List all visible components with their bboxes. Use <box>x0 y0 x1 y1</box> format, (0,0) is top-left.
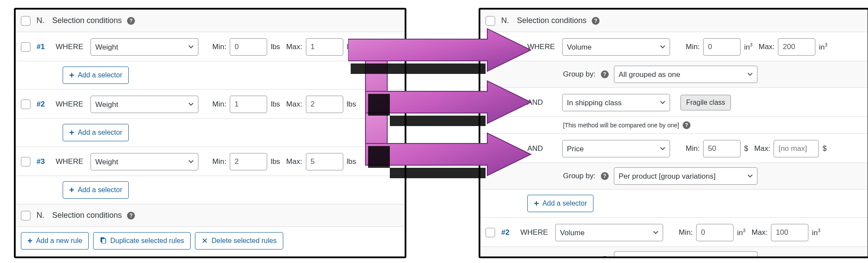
help-icon[interactable]: ? <box>601 172 609 180</box>
max-input[interactable] <box>778 38 815 56</box>
condition-select[interactable]: In shipping class <box>562 94 670 111</box>
condition-select[interactable]: Weight <box>90 96 198 113</box>
rule-checkbox[interactable] <box>21 157 30 166</box>
group-by-row: Group by: ? None [no grouping] <box>480 247 868 258</box>
rule-number-link[interactable]: #2 <box>37 100 52 109</box>
help-icon[interactable]: ? <box>601 70 609 78</box>
add-selector-button[interactable]: +Add a selector <box>63 67 129 84</box>
duplicate-rules-button[interactable]: Duplicate selected rules <box>93 232 191 250</box>
min-input[interactable] <box>696 224 734 241</box>
conditions-header: Selection conditions <box>52 16 122 25</box>
help-icon[interactable]: ? <box>127 17 135 25</box>
group-by-select[interactable]: All grouped as one <box>614 66 757 83</box>
group-by-row: Group by: ? All grouped as one <box>480 61 868 88</box>
svg-rect-1 <box>102 239 106 243</box>
unit-label: in3 <box>744 42 752 52</box>
selector-row: +Add a selector <box>480 190 868 218</box>
rule-row: #3 WHERE Weight Min: lbs Max: lbs <box>16 147 405 176</box>
delete-rules-button[interactable]: ✕Delete selected rules <box>195 232 283 250</box>
condition-select[interactable]: Weight <box>90 153 198 170</box>
min-label: Min: <box>212 157 226 166</box>
add-selector-button[interactable]: +Add a selector <box>63 181 129 199</box>
info-row: [This method will be compared one by one… <box>480 117 868 134</box>
max-label: Max: <box>754 144 771 153</box>
plus-icon: + <box>69 186 74 194</box>
condition-select[interactable]: Weight <box>90 38 198 56</box>
max-input[interactable] <box>306 38 343 56</box>
min-input[interactable] <box>230 96 267 113</box>
max-label: Max: <box>286 100 302 109</box>
group-by-select[interactable]: Per product [group variations] <box>614 167 757 185</box>
condition-select[interactable]: Volume <box>562 38 670 56</box>
add-selector-label: Add a selector <box>78 71 122 79</box>
conditions-header: Selection conditions <box>517 16 586 25</box>
max-label: Max: <box>751 228 767 237</box>
unit-label: lbs <box>271 43 280 51</box>
footer-header-row: N. Selection conditions ? <box>16 204 405 227</box>
add-rule-button[interactable]: +Add a new rule <box>21 232 89 250</box>
group-by-select[interactable]: None [no grouping] <box>614 251 757 258</box>
rule-row: AND Price Min: $ Max: $ <box>480 134 868 163</box>
help-icon[interactable]: ? <box>127 212 135 220</box>
add-selector-button[interactable]: +Add a selector <box>527 195 593 212</box>
group-by-label: Group by: <box>563 172 596 180</box>
min-input[interactable] <box>230 153 267 170</box>
col-n-header: N. <box>37 16 52 25</box>
group-by-label: Group by: <box>563 70 596 79</box>
select-all-checkbox[interactable] <box>21 16 30 26</box>
condition-select[interactable]: Price <box>562 140 670 157</box>
group-by-row: Group by: ? Per product [group variation… <box>480 163 868 190</box>
header-row: N. Selection conditions ? <box>16 10 405 32</box>
help-icon[interactable]: ? <box>601 256 609 258</box>
select-all-checkbox[interactable] <box>486 16 495 26</box>
max-input[interactable] <box>306 96 343 113</box>
rule-number-link[interactable]: #3 <box>37 157 52 166</box>
help-icon[interactable]: ? <box>592 17 600 25</box>
max-input[interactable] <box>774 140 819 157</box>
unit-label: lbs <box>347 157 356 166</box>
info-text: [This method will be compared one by one… <box>563 122 679 129</box>
operator-label: WHERE <box>527 43 560 51</box>
selector-row: +Add a selector <box>16 61 405 90</box>
max-label: Max: <box>758 43 774 51</box>
min-input[interactable] <box>703 38 741 56</box>
max-input[interactable] <box>771 224 808 241</box>
plus-icon: + <box>27 236 33 245</box>
unit-label: $ <box>744 144 748 153</box>
unit-label: lbs <box>271 157 280 166</box>
operator-label: WHERE <box>56 157 88 166</box>
rule-row: #1 WHERE Weight Min: lbs Max: lbs <box>16 32 405 61</box>
rule-number-link[interactable]: #2 <box>501 228 517 237</box>
min-label: Min: <box>686 43 700 51</box>
unit-label: lbs <box>271 100 280 109</box>
rule-row: WHERE Volume Min: in3 Max: in3 <box>480 32 868 61</box>
header-row: N. Selection conditions ? <box>480 10 868 32</box>
min-label: Min: <box>686 144 700 153</box>
rule-row: #2 WHERE Volume Min: in3 Max: in3 <box>480 218 868 247</box>
unit-label: in3 <box>737 228 745 237</box>
min-input[interactable] <box>230 38 267 56</box>
max-input[interactable] <box>306 153 343 170</box>
rules-panel-left: N. Selection conditions ? #1 WHERE Weigh… <box>14 8 406 258</box>
rule-checkbox[interactable] <box>21 42 30 52</box>
rule-number-link[interactable]: #1 <box>37 43 52 51</box>
col-n-header: N. <box>37 211 52 220</box>
help-icon[interactable]: ? <box>683 121 690 129</box>
rule-checkbox[interactable] <box>486 228 495 237</box>
plus-icon: + <box>69 128 74 137</box>
operator-label: AND <box>527 98 560 107</box>
duplicate-label: Duplicate selected rules <box>110 237 184 245</box>
add-selector-button[interactable]: +Add a selector <box>63 124 129 141</box>
min-label: Min: <box>212 43 226 51</box>
operator-label: WHERE <box>56 100 88 109</box>
condition-select[interactable]: Volume <box>555 224 663 241</box>
rule-checkbox[interactable] <box>21 100 30 109</box>
selector-row: +Add a selector <box>16 119 405 147</box>
operator-label: WHERE <box>56 43 88 51</box>
min-input[interactable] <box>703 140 741 157</box>
add-rule-label: Add a new rule <box>36 237 83 245</box>
shipping-class-chip[interactable]: Fragile class <box>680 95 731 110</box>
select-all-checkbox[interactable] <box>21 211 30 220</box>
delete-label: Delete selected rules <box>211 237 276 245</box>
close-icon: ✕ <box>201 237 208 245</box>
